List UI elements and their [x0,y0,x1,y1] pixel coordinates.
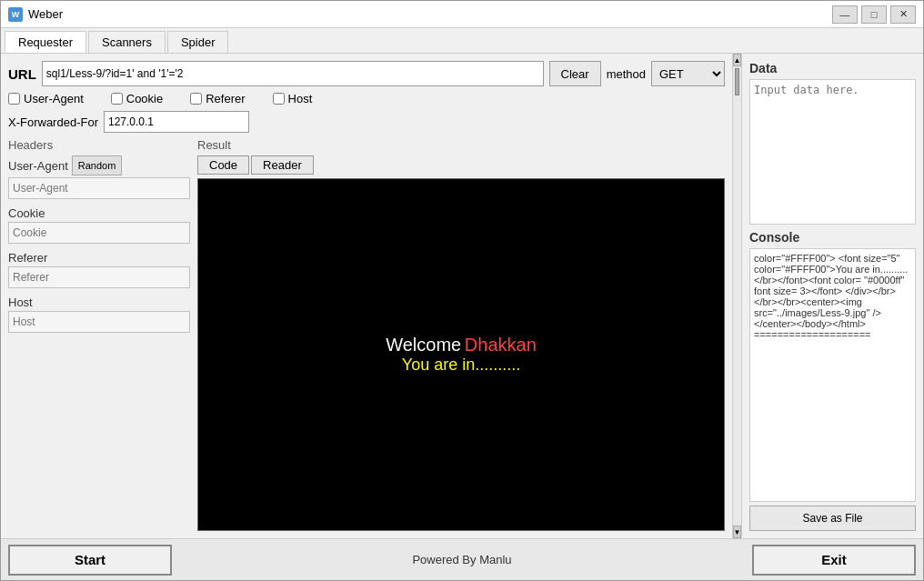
result-subtitle-text: You are in.......... [386,356,537,375]
result-content: Welcome Dhakkan You are in.......... [386,335,537,375]
close-button[interactable]: ✕ [890,5,916,24]
tab-requester[interactable]: Requester [5,31,86,53]
result-display: Welcome Dhakkan You are in.......... [197,178,725,531]
host-header-label: Host [8,296,33,309]
right-panel: Data Console color="#FFFF00"> <font size… [741,54,923,538]
host-header-row: Host [8,296,190,309]
method-select[interactable]: GET POST PUT DELETE [651,61,725,86]
data-title: Data [749,61,916,75]
xforward-row: X-Forwarded-For [8,111,725,133]
title-bar: W Weber — □ ✕ [1,1,923,28]
app-icon: W [8,7,23,22]
user-agent-row: User-Agent Random [8,155,190,175]
cookie-checkbox[interactable]: Cookie [111,92,163,105]
clear-button[interactable]: Clear [549,61,601,86]
data-textarea[interactable] [749,79,916,225]
result-welcome-text: Welcome [386,335,461,355]
host-section: Host [8,296,190,333]
console-box[interactable]: color="#FFFF00"> <font size="5" color="#… [749,248,916,502]
left-panel: URL Clear method GET POST PUT DELETE Use… [1,54,732,538]
xforward-label: X-Forwarded-For [8,115,98,129]
referer-header-label: Referer [8,251,47,265]
cookie-section: Cookie [8,206,190,244]
console-section: Console color="#FFFF00"> <font size="5" … [749,230,916,531]
url-row: URL Clear method GET POST PUT DELETE [8,61,725,86]
user-agent-input[interactable] [8,177,190,199]
scroll-track [733,66,741,526]
host-input[interactable] [8,311,190,333]
user-agent-section: User-Agent Random [8,155,190,199]
result-title: Result [197,138,725,152]
scroll-up-arrow[interactable]: ▲ [733,54,741,66]
host-checkbox[interactable]: Host [273,92,313,105]
minimize-button[interactable]: — [832,5,858,24]
result-column: Result Code Reader Welcome Dhakkan You a… [197,138,725,531]
user-agent-checkbox[interactable]: User-Agent [8,92,84,105]
headers-title: Headers [8,138,190,152]
main-content: URL Clear method GET POST PUT DELETE Use… [1,54,923,538]
two-columns: Headers User-Agent Random Cookie [8,138,725,531]
tab-scanners[interactable]: Scanners [88,31,166,53]
console-title: Console [749,230,916,245]
window-title: Weber [28,7,63,21]
save-file-button[interactable]: Save as File [749,506,916,531]
title-bar-left: W Weber [8,7,63,22]
cookie-header-label: Cookie [8,206,45,220]
result-name-text: Dhakkan [465,335,537,355]
result-tabs: Code Reader [197,155,725,175]
scroll-thumb[interactable] [735,68,739,95]
url-label: URL [8,66,36,82]
bottom-bar: Start Powered By Manlu Exit [1,538,923,580]
main-scrollbar[interactable]: ▲ ▼ [732,54,741,538]
powered-by-text: Powered By Manlu [179,553,745,566]
url-input[interactable] [42,61,544,86]
scroll-down-arrow[interactable]: ▼ [733,526,741,538]
referer-checkbox[interactable]: Referer [190,92,245,105]
cookie-input[interactable] [8,222,190,244]
maximize-button[interactable]: □ [861,5,887,24]
reader-tab[interactable]: Reader [251,155,314,175]
data-section: Data [749,61,916,225]
referer-section: Referer [8,251,190,288]
result-welcome-line: Welcome Dhakkan [386,335,537,356]
xforward-input[interactable] [104,111,249,133]
user-agent-header-label: User-Agent [8,159,68,173]
random-button[interactable]: Random [72,155,123,175]
headers-column: Headers User-Agent Random Cookie [8,138,190,531]
main-window: W Weber — □ ✕ Requester Scanners Spider … [0,0,924,581]
tab-bar: Requester Scanners Spider [1,28,923,54]
method-label: method [607,67,646,81]
exit-button[interactable]: Exit [752,545,916,576]
tab-spider[interactable]: Spider [167,31,229,53]
referer-input[interactable] [8,266,190,288]
code-tab[interactable]: Code [197,155,249,175]
title-controls: — □ ✕ [832,5,916,24]
console-content: color="#FFFF00"> <font size="5" color="#… [754,253,908,340]
cookie-header-row: Cookie [8,206,190,220]
referer-header-row: Referer [8,251,190,265]
checkboxes-row: User-Agent Cookie Referer Host [8,92,725,105]
start-button[interactable]: Start [8,545,172,576]
